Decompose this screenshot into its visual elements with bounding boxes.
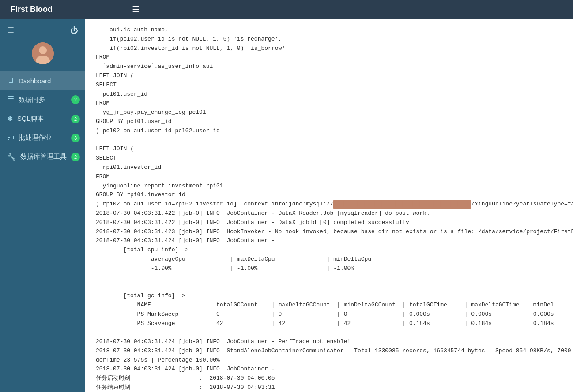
sidebar-item-batch-job[interactable]: 🏷 批处理作业 3 <box>0 128 85 147</box>
svg-point-1 <box>39 46 47 54</box>
sidebar-item-label: 数据库管理工具 <box>20 153 67 161</box>
code-output: aui.is_auth_name, if(pcl02.user_id is no… <box>85 19 573 392</box>
data-sync-icon <box>7 95 14 104</box>
redacted-url: ████████████████████████████████████████ <box>333 200 471 209</box>
topbar: First Blood ☰ <box>0 0 573 19</box>
topbar-menu-icon[interactable]: ☰ <box>132 4 140 15</box>
batch-job-icon: 🏷 <box>7 134 14 142</box>
main-content: aui.is_auth_name, if(pcl02.user_id is no… <box>85 19 573 392</box>
db-manage-badge: 2 <box>71 153 80 161</box>
avatar <box>32 42 54 64</box>
sql-script-icon: ✱ <box>7 115 13 123</box>
sql-script-badge: 2 <box>71 115 80 123</box>
svg-rect-4 <box>8 98 14 99</box>
app-title: First Blood <box>11 5 53 14</box>
sidebar-item-dashboard[interactable]: 🖥 Dashboard <box>0 71 85 90</box>
sidebar-item-label: 数据同步 <box>19 96 45 104</box>
svg-rect-5 <box>8 101 14 101</box>
sidebar-nav: 🖥 Dashboard 数据同步 2 ✱ SQL脚本 2 🏷 批处理作业 3 🔧… <box>0 71 85 392</box>
sidebar-item-sql-script[interactable]: ✱ SQL脚本 2 <box>0 109 85 128</box>
sidebar: ☰ ⏻ 🖥 Dashboard 数据同步 2 ✱ SQL脚本 2 🏷 批处 <box>0 19 85 392</box>
sidebar-item-data-sync[interactable]: 数据同步 2 <box>0 90 85 109</box>
sidebar-item-label: 批处理作业 <box>19 134 52 142</box>
sidebar-item-label: Dashboard <box>19 77 51 85</box>
sidebar-item-db-manage[interactable]: 🔧 数据库管理工具 2 <box>0 147 85 166</box>
db-manage-icon: 🔧 <box>7 153 16 161</box>
sidebar-power-icon[interactable]: ⏻ <box>70 26 78 35</box>
dashboard-icon: 🖥 <box>7 77 14 85</box>
sidebar-controls: ☰ ⏻ <box>0 22 85 39</box>
sidebar-hamburger-icon[interactable]: ☰ <box>7 26 14 35</box>
data-sync-badge: 2 <box>71 95 80 104</box>
svg-rect-3 <box>8 96 14 97</box>
sidebar-item-label: SQL脚本 <box>17 115 44 123</box>
batch-job-badge: 3 <box>71 134 80 142</box>
